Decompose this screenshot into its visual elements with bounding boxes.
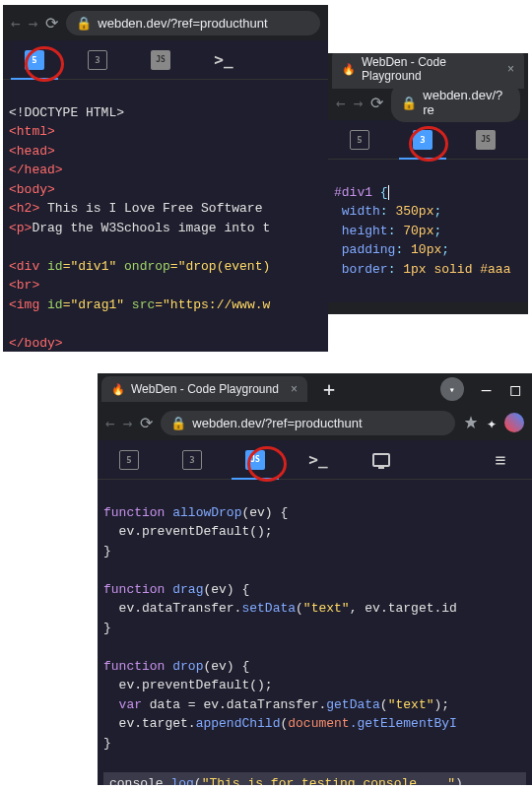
js-icon: JS (476, 130, 496, 150)
close-tab[interactable]: × (291, 382, 298, 396)
browser-toolbar: ← → ⟳ 🔒 webden.dev/?re (328, 85, 528, 120)
url-bar[interactable]: 🔒 webden.dev/?ref=producthunt (66, 11, 320, 35)
back-button[interactable]: ← (11, 14, 21, 33)
forward-button[interactable]: → (123, 414, 133, 432)
tab-html[interactable]: 5 (328, 120, 391, 160)
profile-icon[interactable] (504, 413, 524, 432)
browser-toolbar: ← → ⟳ 🔒 webden.dev/?ref=producthunt (3, 5, 328, 40)
tab-css[interactable]: 3 (66, 40, 129, 80)
lock-icon: 🔒 (401, 96, 417, 110)
new-tab-button[interactable]: + (311, 377, 347, 401)
html5-icon: 5 (119, 450, 139, 470)
css3-icon: 3 (182, 450, 202, 470)
css3-icon: 3 (413, 130, 432, 150)
lock-icon: 🔒 (76, 16, 92, 31)
reload-button[interactable]: ⟳ (370, 94, 383, 112)
tab-title: WebDen - Code Playground (362, 55, 496, 83)
html5-icon: 5 (350, 130, 369, 150)
browser-tab[interactable]: 🔥 WebDen - Code Playground × (101, 376, 307, 402)
reload-button[interactable]: ⟳ (140, 414, 153, 432)
tab-js[interactable]: JS (454, 120, 517, 160)
terminal-icon: >_ (214, 50, 233, 69)
tab-title: WebDen - Code Playground (131, 382, 279, 396)
reload-button[interactable]: ⟳ (45, 14, 58, 33)
browser-toolbar: ← → ⟳ 🔒 webden.dev/?ref=producthunt ✦ (98, 405, 532, 440)
tab-html[interactable]: 5 (98, 440, 161, 480)
tab-preview[interactable] (350, 440, 413, 480)
js-icon: JS (151, 50, 170, 70)
browser-tabs: 🔥 WebDen - Code Playground × + ▾ — □ (98, 373, 532, 405)
css-code-editor[interactable]: #div1 { width: 350px; height: 70px; padd… (328, 160, 528, 302)
css3-icon: 3 (88, 50, 107, 70)
browser-tabs: 🔥 WebDen - Code Playground × (328, 53, 528, 85)
menu-button[interactable]: ≡ (469, 440, 532, 480)
tab-css[interactable]: 3 (391, 120, 454, 160)
forward-button[interactable]: → (354, 94, 364, 112)
url-text: webden.dev/?ref=producthunt (98, 16, 267, 31)
url-bar[interactable]: 🔒 webden.dev/?re (391, 83, 520, 122)
tab-js[interactable]: JS (224, 440, 287, 480)
tab-terminal[interactable]: >_ (287, 440, 350, 480)
forward-button[interactable]: → (29, 14, 38, 33)
js-code-editor[interactable]: function allowDrop(ev) { ev.preventDefau… (98, 480, 532, 785)
tab-js[interactable]: JS (129, 40, 192, 80)
minimize-button[interactable]: — (474, 380, 499, 399)
favicon: 🔥 (342, 63, 356, 76)
tab-html[interactable]: 5 (3, 40, 66, 80)
terminal-icon: >_ (308, 450, 327, 469)
favicon: 🔥 (111, 383, 125, 396)
maximize-button[interactable]: □ (502, 380, 528, 399)
device-icon (372, 453, 390, 467)
tab-css[interactable]: 3 (161, 440, 224, 480)
editor-tabs: 5 3 JS >_ ≡ (98, 440, 532, 480)
html5-icon: 5 (25, 50, 44, 70)
editor-tabs: 5 3 JS (328, 120, 528, 160)
close-tab[interactable]: × (507, 62, 514, 76)
back-button[interactable]: ← (336, 94, 346, 112)
url-bar[interactable]: 🔒 webden.dev/?ref=producthunt (161, 411, 455, 435)
back-button[interactable]: ← (105, 414, 115, 432)
html-code-editor[interactable]: <!DOCTYPE HTML> <html> <head> </head> <b… (3, 80, 328, 352)
editor-tabs: 5 3 JS >_ (3, 40, 328, 80)
url-text: webden.dev/?re (423, 88, 510, 117)
menu-icon: ≡ (496, 449, 506, 470)
bookmark-icon[interactable] (463, 415, 479, 430)
lock-icon: 🔒 (170, 416, 186, 430)
tab-terminal[interactable]: >_ (192, 40, 255, 80)
account-avatar[interactable]: ▾ (440, 377, 464, 401)
url-text: webden.dev/?ref=producthunt (192, 416, 362, 430)
js-icon: JS (245, 450, 265, 470)
extensions-icon[interactable]: ✦ (487, 414, 497, 432)
